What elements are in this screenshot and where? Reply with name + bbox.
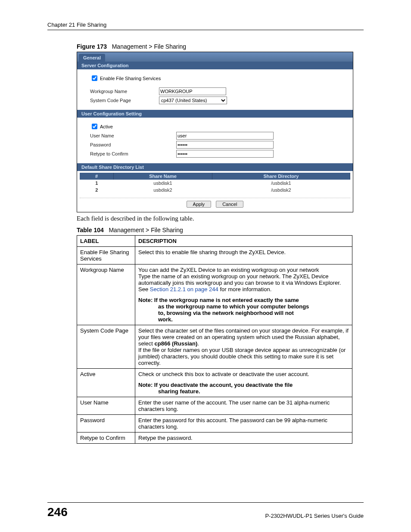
cell-label: User Name	[77, 397, 135, 415]
col-dir: Share Directory	[212, 173, 350, 180]
cell-desc: Check or uncheck this box to activate or…	[135, 369, 352, 397]
table-caption: Table 104 Management > File Sharing	[77, 227, 364, 233]
enable-file-sharing-label: Enable File Sharing Services	[100, 76, 161, 81]
col-num: #	[80, 173, 114, 180]
running-head: Chapter 21 File Sharing	[47, 22, 364, 30]
password-input[interactable]	[176, 141, 274, 149]
table-row: 2 usbdisk2 /usbdisk2	[80, 187, 350, 193]
figure-title: Management > File Sharing	[112, 43, 186, 50]
page-footer: 246 P-2302HWUDL-P1 Series User's Guide	[47, 502, 364, 519]
cell-desc: Select this to enable file sharing throu…	[135, 247, 352, 264]
page-number: 246	[47, 505, 68, 519]
cell-label: Retype to Confirm	[77, 432, 135, 444]
retype-label: Retype to Confirm	[90, 151, 176, 156]
col-name: Share Name	[114, 173, 212, 180]
th-label: LABEL	[77, 236, 135, 247]
codepage-label: System Code Page	[90, 98, 159, 103]
doc-id: P-2302HWUDL-P1 Series User's Guide	[265, 513, 364, 519]
tab-general[interactable]: General	[79, 54, 105, 62]
workgroup-name-input[interactable]	[159, 87, 226, 95]
description-table: LABEL DESCRIPTION Enable File Sharing Se…	[77, 235, 352, 444]
password-label: Password	[90, 142, 176, 147]
cell-label: Workgroup Name	[77, 264, 135, 325]
retype-input[interactable]	[176, 150, 274, 158]
cell-label: Password	[77, 415, 135, 432]
share-directory-table: # Share Name Share Directory 1 usbdisk1 …	[80, 173, 350, 193]
cell-label: System Code Page	[77, 325, 135, 369]
note-block: Note: If the workgroup name is not enter…	[138, 297, 349, 323]
tab-bar: General	[77, 52, 353, 62]
xref-link[interactable]: Section 21.2.1 on page 244	[150, 286, 218, 292]
cell-desc: Select the character set of the files co…	[135, 325, 352, 369]
cancel-button[interactable]: Cancel	[216, 201, 243, 208]
intro-text: Each field is described in the following…	[77, 215, 364, 222]
section-user-header: User Configuration Setting	[77, 110, 353, 118]
screenshot-panel: General Server Configuration Enable File…	[77, 52, 353, 212]
cell-desc: You can add the ZyXEL Device to an exist…	[135, 264, 352, 325]
username-input[interactable]	[176, 132, 274, 140]
cell-desc: Retype the password.	[135, 432, 352, 444]
cell-desc: Enter the user name of the account. The …	[135, 397, 352, 415]
figure-caption: Figure 173 Management > File Sharing	[77, 43, 364, 50]
table-row: 1 usbdisk1 /usbdisk1	[80, 180, 350, 187]
table-label: Table 104	[77, 227, 104, 233]
apply-button[interactable]: Apply	[187, 201, 212, 208]
workgroup-name-label: Workgroup Name	[90, 89, 159, 94]
username-label: User Name	[90, 133, 176, 138]
active-label: Active	[100, 124, 113, 129]
enable-file-sharing-checkbox[interactable]	[92, 75, 97, 81]
cell-label: Enable File Sharing Services	[77, 247, 135, 264]
section-server-header: Server Configuration	[77, 62, 353, 69]
note-block: Note: If you deactivate the account, you…	[138, 382, 349, 395]
table-title: Management > File Sharing	[109, 227, 183, 233]
th-desc: DESCRIPTION	[135, 236, 352, 247]
active-checkbox[interactable]	[92, 124, 97, 129]
cell-label: Active	[77, 369, 135, 397]
figure-label: Figure 173	[77, 43, 107, 50]
cell-desc: Enter the password for this account. The…	[135, 415, 352, 432]
section-dirs-header: Default Share Directory List	[77, 163, 353, 171]
codepage-select[interactable]: cp437 (United States)	[159, 96, 227, 104]
